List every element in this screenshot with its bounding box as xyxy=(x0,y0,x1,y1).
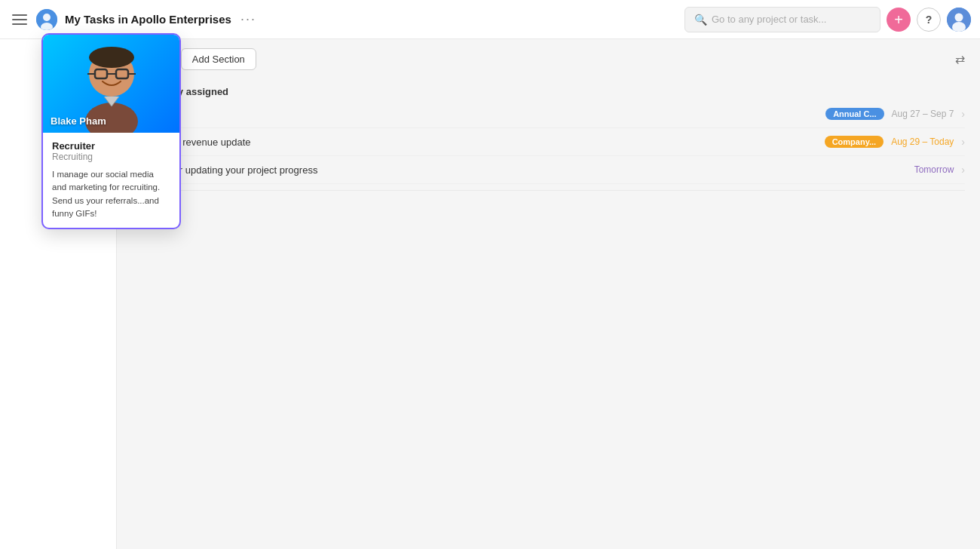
help-button[interactable]: ? xyxy=(917,8,941,32)
profile-role: Recruiter xyxy=(52,140,170,152)
task-detail-chevron[interactable]: › xyxy=(961,108,965,120)
table-row[interactable]: …sider updating your project progress To… xyxy=(132,156,965,184)
table-row[interactable]: …terly revenue update Company... Aug 29 … xyxy=(132,128,965,156)
user-avatar-nav[interactable] xyxy=(36,9,57,30)
task-list-area: ▼ Recently assigned …rts Annual C... Aug… xyxy=(117,80,980,214)
task-meta: Company... Aug 29 – Today › xyxy=(825,136,965,148)
section-header-later[interactable]: ▶ Later xyxy=(132,190,965,214)
profile-body: Recruiter Recruiting I manage our social… xyxy=(43,133,179,228)
add-section-button[interactable]: Add Section xyxy=(181,48,256,70)
profile-photo: Blake Pham xyxy=(43,35,179,133)
project-tag[interactable]: Company... xyxy=(825,136,884,148)
task-date: Tomorrow xyxy=(914,164,954,175)
profile-department: Recruiting xyxy=(52,152,170,162)
add-button[interactable]: + xyxy=(887,8,911,32)
search-bar[interactable]: 🔍 xyxy=(684,7,880,32)
search-input[interactable] xyxy=(712,14,855,25)
svg-point-1 xyxy=(43,14,51,21)
profile-card-popup: Blake Pham Recruiter Recruiting I manage… xyxy=(41,33,181,229)
task-meta: Annual C... Aug 27 – Sep 7 › xyxy=(825,108,965,120)
svg-point-12 xyxy=(89,47,134,68)
task-date: Aug 29 – Today xyxy=(891,136,954,147)
search-icon: 🔍 xyxy=(694,14,707,26)
toolbar: Task Add Section ⇄ xyxy=(117,39,980,80)
task-detail-chevron[interactable]: › xyxy=(961,164,965,176)
task-name: …sider updating your project progress xyxy=(152,164,914,176)
task-name: …rts xyxy=(152,109,825,120)
profile-bio: I manage our social media and marketing … xyxy=(52,168,170,220)
user-avatar-right[interactable] xyxy=(947,8,971,32)
filter-icon[interactable]: ⇄ xyxy=(955,52,965,66)
content-area: Task Add Section ⇄ ▼ Recently assigned …… xyxy=(117,39,980,549)
task-detail-chevron[interactable]: › xyxy=(961,136,965,148)
hamburger-menu[interactable] xyxy=(9,9,30,30)
profile-name-overlay: Blake Pham xyxy=(51,115,106,127)
page-title: My Tasks in Apollo Enterprises xyxy=(65,13,231,26)
task-date: Aug 27 – Sep 7 xyxy=(892,109,954,119)
svg-point-4 xyxy=(955,13,963,21)
section-header-recently-assigned[interactable]: ▼ Recently assigned xyxy=(132,80,965,100)
task-meta: Tomorrow › xyxy=(914,164,965,176)
task-name: …terly revenue update xyxy=(152,136,825,148)
more-options-nav[interactable]: ··· xyxy=(240,11,256,27)
project-tag[interactable]: Annual C... xyxy=(825,108,884,120)
table-row[interactable]: …rts Annual C... Aug 27 – Sep 7 › xyxy=(132,100,965,128)
